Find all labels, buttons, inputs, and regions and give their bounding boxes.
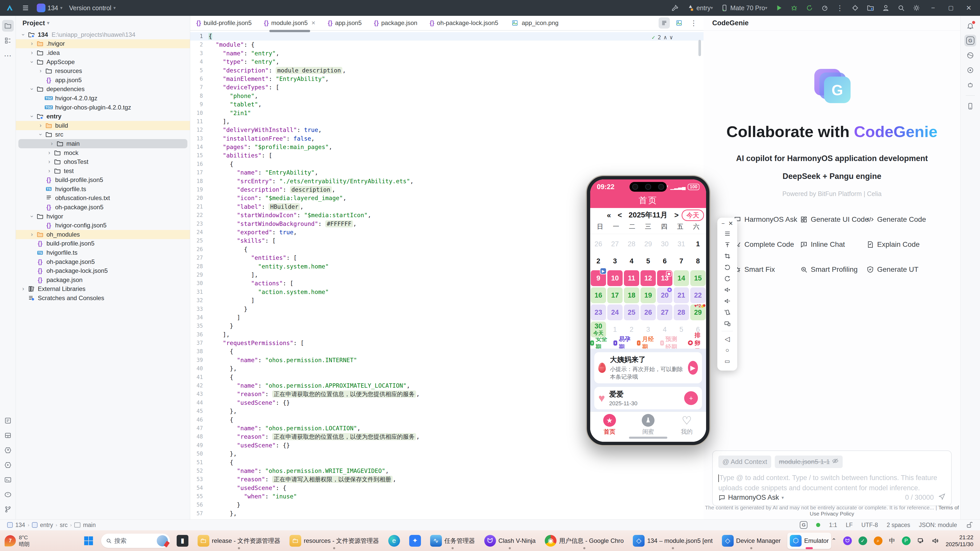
tree-item-main[interactable]: ›main	[18, 139, 188, 148]
leftstrip-notifications[interactable]	[2, 489, 14, 500]
tab-app.json5[interactable]: {}app.json5	[321, 16, 368, 30]
version-control-menu[interactable]: Version control ▾	[69, 4, 116, 12]
play-record-button[interactable]: ▶	[688, 361, 698, 375]
breadcrumb-entry[interactable]: entry	[40, 522, 53, 529]
feature-generate-ui-code[interactable]: Generate UI Code	[800, 215, 864, 224]
kebab-icon[interactable]: ⋮	[688, 17, 700, 29]
day-cell-31[interactable]: 31	[674, 236, 689, 252]
day-cell-26[interactable]: 26	[641, 305, 656, 320]
tree-item-hvigor-ohos-plugin-4.2.0.tgz[interactable]: TGZhvigor-ohos-plugin-4.2.0.tgz	[16, 103, 190, 112]
rightstrip-swirl[interactable]	[964, 49, 976, 61]
maximize-icon[interactable]: ▢	[946, 3, 956, 13]
runcfg-drop-icon[interactable]: entry▾	[687, 3, 713, 13]
eye-off-icon[interactable]	[832, 457, 838, 466]
day-cell-29[interactable]: 29♥*2	[690, 305, 706, 320]
clash-tray-icon[interactable]: ᗢ	[843, 537, 852, 545]
leftstrip-build[interactable]	[2, 430, 14, 441]
feature-complete-code[interactable]: Complete Code	[733, 240, 797, 249]
locate-icon[interactable]	[851, 3, 859, 13]
next-month-button[interactable]: >	[675, 211, 679, 219]
close-emulator-icon[interactable]: ✕	[728, 220, 733, 227]
start-button[interactable]	[80, 533, 97, 549]
search-icon[interactable]	[897, 3, 905, 13]
tree-item-build[interactable]: ›build	[16, 121, 190, 130]
rightstrip-bell[interactable]	[964, 20, 976, 32]
tab-build-profile.json5[interactable]: {}build-profile.json5	[190, 16, 258, 30]
add-record-button[interactable]: +	[684, 391, 698, 405]
day-cell-23[interactable]: 23	[591, 305, 606, 320]
emulator-rot-l[interactable]	[724, 262, 731, 273]
tree-item-mock[interactable]: ›mock	[16, 148, 190, 157]
volume-tray-icon[interactable]	[932, 537, 939, 545]
mode-selector[interactable]: HarmonyOS Ask ▾	[718, 494, 784, 502]
today-button[interactable]: 今天	[682, 210, 704, 221]
tree-item-obfuscation-rules.txt[interactable]: obfuscation-rules.txt	[16, 194, 190, 203]
leftstrip-terminal[interactable]	[2, 474, 14, 486]
day-cell-14[interactable]: 14	[674, 270, 689, 286]
day-cell-16[interactable]: 16	[591, 287, 606, 303]
day-cell-17[interactable]: 17	[607, 287, 623, 303]
tree-chevron-icon[interactable]: ›	[48, 140, 56, 147]
tree-item-build-profile.json5[interactable]: {}build-profile.json5	[16, 176, 190, 185]
day-cell-28[interactable]: 28	[624, 236, 639, 252]
tree-chevron-icon[interactable]: ›	[37, 68, 45, 74]
taskbar-clock[interactable]: 21:222025/11/30	[946, 534, 974, 548]
ime-indicator[interactable]: 中	[889, 537, 895, 545]
emulator-crop[interactable]	[724, 250, 731, 262]
day-cell-30[interactable]: 30今天	[591, 322, 606, 337]
tree-item-dependencies[interactable]: ›dependencies	[16, 85, 190, 94]
tree-chevron-icon[interactable]: ›	[20, 31, 27, 38]
image-icon[interactable]	[673, 17, 685, 29]
day-cell-9[interactable]: 9▶	[591, 270, 606, 286]
tree-item-entry[interactable]: ›entry	[16, 112, 190, 121]
hammer-icon[interactable]	[671, 3, 679, 13]
tree-item-.hvigor[interactable]: ›.hvigor	[16, 39, 190, 49]
emulator-vol-up[interactable]	[724, 284, 731, 295]
tree-chevron-icon[interactable]: ›	[29, 113, 35, 120]
minimize-emulator-icon[interactable]: −	[721, 220, 725, 227]
day-cell-5[interactable]: 5	[674, 322, 689, 337]
tree-chevron-icon[interactable]: ›	[37, 122, 45, 129]
feature-smart-profiling[interactable]: Smart Profiling	[800, 265, 864, 273]
taskbar-app-edge-browser[interactable]: e	[386, 533, 402, 549]
taskbar-app-chrome[interactable]: ◉用户信息 - Google Chro	[542, 533, 626, 549]
day-cell-13[interactable]: 13	[657, 270, 672, 286]
capture-tray-icon[interactable]: ⌕	[874, 537, 883, 545]
day-cell-15[interactable]: 15	[690, 270, 706, 286]
taskbar-app-task-manager[interactable]: ∿任务管理器	[428, 533, 477, 549]
tree-chevron-icon[interactable]: ›	[28, 49, 36, 56]
tree-item-app.json5[interactable]: {}app.json5	[16, 76, 190, 85]
tree-item-build-profile.json5[interactable]: {}build-profile.json5	[16, 239, 190, 248]
day-cell-2[interactable]: 2	[624, 322, 639, 337]
feature-harmonyos-ask[interactable]: HarmonyOS Ask	[733, 215, 797, 224]
tree-item-External Libraries[interactable]: ›External Libraries	[16, 284, 190, 294]
taskbar-search[interactable]: 搜索	[101, 534, 170, 548]
feature-smart-fix[interactable]: Smart Fix	[733, 265, 797, 273]
taskbar-weather-widget[interactable]: 7 8°C晴朗	[0, 534, 80, 548]
tab-oh-package-lock.json5[interactable]: {}oh-package-lock.json5	[423, 16, 504, 30]
defender-tray-icon[interactable]: ✓	[859, 537, 867, 545]
tree-chevron-icon[interactable]: ›	[28, 231, 36, 238]
editor-scrollbar[interactable]	[698, 40, 701, 56]
leftstrip-version[interactable]	[2, 503, 14, 515]
tree-chevron-icon[interactable]: ›	[37, 131, 44, 138]
tree-chevron-icon[interactable]: ›	[45, 149, 53, 156]
tree-item-oh_modules[interactable]: ›oh_modules	[16, 230, 190, 239]
status-2-spaces[interactable]: 2 spaces	[886, 522, 910, 529]
send-button[interactable]	[939, 493, 945, 502]
day-cell-4[interactable]: 4	[657, 322, 672, 337]
feature-inline-chat[interactable]: Inline Chat	[800, 240, 864, 249]
day-cell-7[interactable]: 7	[674, 253, 689, 269]
codegenie-status-icon[interactable]: G	[800, 521, 807, 529]
inspection-widget[interactable]: ✓ 2 ∧ ∨	[652, 33, 673, 41]
privacy-link[interactable]: Privacy Policy	[821, 511, 854, 516]
phone-tab-闺蜜[interactable]: 闺蜜	[642, 414, 654, 436]
tree-item-hvigor[interactable]: ›hvigor	[16, 212, 190, 221]
taskbar-app-explorer-resources[interactable]: 🗀resources - 文件资源管理器	[287, 533, 382, 549]
tree-item-oh-package-lock.json5[interactable]: {}oh-package-lock.json5	[16, 266, 190, 275]
day-cell-6[interactable]: 6	[657, 253, 672, 269]
day-cell-25[interactable]: 25	[624, 305, 639, 320]
add-context-chip[interactable]: @ Add Context	[718, 456, 771, 468]
feature-explain-code[interactable]: Explain Code	[866, 240, 930, 249]
leftstrip-folder[interactable]	[2, 20, 14, 32]
